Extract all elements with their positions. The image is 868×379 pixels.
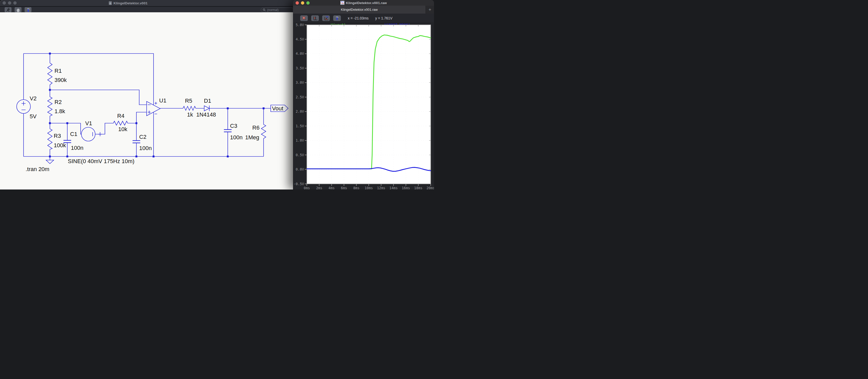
- hand-icon: [16, 7, 21, 12]
- tab-label: KlingelDetektor.v001.raw: [341, 8, 378, 11]
- svg-text:D1[interactable]: D1: [204, 97, 211, 104]
- svg-text:V2[interactable]: V2: [30, 95, 37, 102]
- svg-text:10k[interactable]: 10k: [118, 126, 127, 133]
- autorange-icon: [313, 16, 317, 21]
- diode-D1[interactable]: D1 1N4148: [196, 97, 216, 118]
- zoom-cancel-button[interactable]: [300, 16, 308, 21]
- tab-waveform-file[interactable]: KlingelDetektor.v001.raw: [293, 6, 426, 13]
- schematic-canvas[interactable]: R1 390k R2 1.8k R3 100k R4 10k: [0, 12, 297, 190]
- autorange-button[interactable]: [311, 16, 319, 21]
- svg-text:100n[interactable]: 100n: [230, 134, 243, 141]
- schematic-window: KlingelDetektor.v001: [0, 0, 297, 190]
- net-flag-vout[interactable]: Vout: [271, 105, 288, 112]
- runner-icon: [6, 7, 11, 12]
- voltage-source-V2[interactable]: V2 5V: [17, 95, 37, 120]
- hammer-icon: [26, 7, 31, 12]
- svg-text:R6[interactable]: R6: [252, 124, 259, 131]
- svg-text:0.0V: 0.0V: [296, 167, 304, 171]
- svg-text:R4[interactable]: R4: [117, 113, 124, 119]
- svg-text:0ms: 0ms: [304, 186, 310, 190]
- window-title: KlingelDetektor.v001: [114, 1, 148, 5]
- svg-text:R3[interactable]: R3: [54, 133, 61, 139]
- window-title: KlingelDetektor.v001.raw: [346, 1, 387, 5]
- resistor-R6[interactable]: R6 1Meg: [245, 124, 266, 141]
- svg-text:.tran 20m[interactable]: .tran 20m: [26, 166, 50, 172]
- plot-settings-button[interactable]: [322, 16, 330, 21]
- run-button[interactable]: [5, 7, 11, 12]
- svg-text:14ms: 14ms: [390, 186, 398, 190]
- svg-text:C1[interactable]: C1: [70, 131, 77, 137]
- search-input[interactable]: [267, 8, 290, 12]
- window-title-group: KlingelDetektor.v001: [0, 0, 256, 6]
- svg-text:390k[interactable]: 390k: [55, 77, 67, 83]
- resistor-R1[interactable]: R1 390k: [48, 63, 67, 85]
- plot-settings-icon: [324, 16, 329, 21]
- svg-text:12ms: 12ms: [377, 186, 385, 190]
- pan-button[interactable]: [14, 7, 22, 12]
- svg-text:-0.5V: -0.5V: [293, 182, 304, 186]
- svg-text:2.5V: 2.5V: [296, 95, 304, 99]
- svg-text:1k[interactable]: 1k: [187, 111, 193, 118]
- waveform-window: KlingelDetektor.v001.raw KlingelDetektor…: [293, 0, 434, 190]
- resistor-R4[interactable]: R4 10k: [113, 113, 128, 133]
- svg-text:1Meg[interactable]: 1Meg: [245, 134, 259, 141]
- hammer-icon: [335, 16, 340, 21]
- schematic-toolbar: [0, 7, 297, 13]
- cursor-x-value: x = -21.03ms: [348, 16, 369, 20]
- waveform-plot[interactable]: 5.0V4.5V4.0V3.5V3.0V2.5V2.0V1.5V1.0V0.5V…: [293, 22, 434, 190]
- svg-text:10ms: 10ms: [365, 186, 373, 190]
- svg-text:SINE(0 40mV 175Hz 10m)[interactable]: SINE(0 40mV 175Hz 10m): [68, 158, 134, 165]
- waveform-toolbar: x = -21.03ms y = 1.761V: [293, 13, 434, 23]
- schematic-doc-icon: [108, 1, 112, 5]
- capacitor-C2[interactable]: C2 100n: [132, 134, 152, 151]
- component-search[interactable]: [261, 7, 293, 12]
- svg-text:16ms: 16ms: [402, 186, 410, 190]
- svg-text:4ms: 4ms: [329, 186, 335, 190]
- plot-panel[interactable]: V(vout) V(N007,N006) 5.0V4.5V4.0V3.5V3.0…: [293, 22, 434, 190]
- svg-text:18ms: 18ms: [414, 186, 423, 190]
- cursor-readout: x = -21.03ms y = 1.761V: [348, 16, 393, 20]
- tools-button[interactable]: [25, 7, 31, 12]
- svg-text:5.0V: 5.0V: [296, 23, 304, 27]
- junction-dots: [49, 53, 264, 157]
- svg-text:1.5V: 1.5V: [296, 124, 304, 128]
- svg-text:1N4148[interactable]: 1N4148: [196, 111, 216, 118]
- waveform-doc-icon: [340, 1, 344, 5]
- search-icon: [263, 8, 266, 11]
- svg-text:C3[interactable]: C3: [230, 123, 237, 129]
- svg-text:3.5V: 3.5V: [296, 66, 304, 70]
- svg-text:C2[interactable]: C2: [139, 134, 146, 140]
- svg-text:R5[interactable]: R5: [185, 97, 192, 104]
- svg-text:R1[interactable]: R1: [55, 67, 62, 74]
- ground-symbol[interactable]: [46, 160, 54, 164]
- svg-text:Vout[interactable]: Vout: [272, 105, 283, 112]
- spice-directives[interactable]: .tran 20m SINE(0 40mV 175Hz 10m): [26, 158, 134, 172]
- svg-text:1.8k[interactable]: 1.8k: [55, 108, 65, 114]
- tools-button[interactable]: [333, 16, 341, 21]
- svg-text:100n[interactable]: 100n: [139, 145, 152, 151]
- resistor-R5[interactable]: R5 1k: [183, 97, 196, 118]
- svg-text:100k[interactable]: 100k: [54, 142, 66, 148]
- zoom-cancel-icon: [302, 16, 307, 21]
- svg-text:3.0V: 3.0V: [296, 80, 304, 85]
- svg-text:V1[interactable]: V1: [85, 120, 92, 126]
- svg-text:100n[interactable]: 100n: [71, 145, 84, 151]
- svg-text:U1[interactable]: U1: [159, 97, 166, 104]
- desktop: KlingelDetektor.v001: [0, 0, 434, 190]
- resistor-R3[interactable]: R3 100k: [48, 129, 66, 149]
- cursor-y-value: y = 1.761V: [375, 16, 392, 20]
- plus-icon: +: [428, 7, 431, 12]
- schematic-titlebar[interactable]: KlingelDetektor.v001: [0, 0, 297, 7]
- svg-text:5V[interactable]: 5V: [30, 113, 37, 120]
- capacitor-C3[interactable]: C3 100n: [224, 123, 243, 141]
- opamp-U1[interactable]: U1: [147, 97, 166, 116]
- svg-text:4.5V: 4.5V: [296, 37, 304, 41]
- svg-text:R2[interactable]: R2: [55, 99, 62, 105]
- waveform-titlebar[interactable]: KlingelDetektor.v001.raw: [293, 0, 434, 6]
- svg-text:6ms: 6ms: [341, 186, 347, 190]
- svg-text:8ms: 8ms: [353, 186, 359, 190]
- resistor-R2[interactable]: R2 1.8k: [48, 97, 65, 116]
- voltage-source-V1[interactable]: V1: [82, 120, 102, 141]
- svg-text:20ms: 20ms: [427, 186, 434, 190]
- new-tab-button[interactable]: +: [426, 6, 434, 13]
